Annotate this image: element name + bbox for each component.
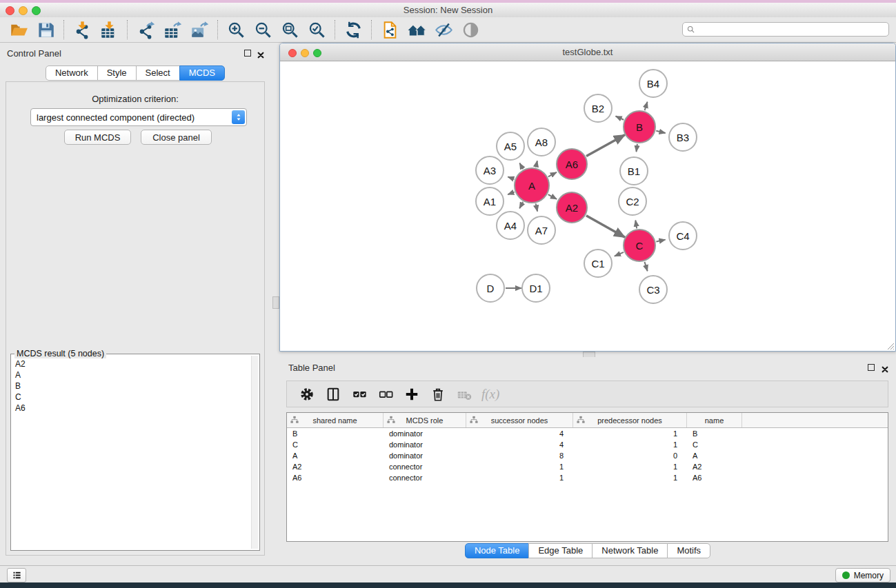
columns-icon[interactable] <box>323 385 344 404</box>
graph-node-B[interactable]: B <box>624 111 655 143</box>
column-header-shared-name[interactable]: shared name <box>287 413 384 427</box>
search-input[interactable] <box>695 23 888 35</box>
graph-edge-C-C4[interactable] <box>656 240 665 242</box>
column-header-name[interactable]: name <box>687 413 742 427</box>
graph-edge-A6-B[interactable] <box>586 135 625 156</box>
graph-node-C2[interactable]: C2 <box>619 187 646 215</box>
table-cell[interactable]: A <box>287 452 384 460</box>
table-cell[interactable]: connector <box>384 474 466 482</box>
mcds-result-item[interactable]: A6 <box>14 403 251 414</box>
graph-node-A4[interactable]: A4 <box>497 212 524 239</box>
table-cell[interactable]: 4 <box>466 429 573 438</box>
table-cell[interactable]: connector <box>384 463 466 471</box>
table-cell[interactable]: dominator <box>384 452 466 460</box>
home-icon[interactable] <box>406 19 428 40</box>
graph-edge-A-A2[interactable] <box>548 194 557 199</box>
add-icon[interactable] <box>401 385 422 404</box>
mcds-result-item[interactable]: C <box>14 392 251 403</box>
network-document-icon[interactable] <box>379 19 401 40</box>
graph-edge-A-A7[interactable] <box>536 203 537 211</box>
graph-edge-A-A5[interactable] <box>519 163 523 170</box>
table-tab-network-table[interactable]: Network Table <box>592 543 668 558</box>
memory-button[interactable]: Memory <box>835 568 890 582</box>
table-cell[interactable]: dominator <box>384 429 466 438</box>
table-tab-node-table[interactable]: Node Table <box>465 543 530 558</box>
table-cell[interactable]: 1 <box>466 463 573 471</box>
table-row[interactable]: A2connector11A2 <box>287 461 888 472</box>
graph-node-B2[interactable]: B2 <box>584 94 612 122</box>
mcds-result-list[interactable]: A2ABCA6 <box>14 358 251 549</box>
export-image-icon[interactable] <box>188 19 211 40</box>
graph-edge-A-A3[interactable] <box>508 176 514 179</box>
graph-node-A5[interactable]: A5 <box>497 132 524 160</box>
graph-edge-B-B3[interactable] <box>656 131 665 133</box>
table-row[interactable]: Bdominator41B <box>287 428 888 439</box>
graph-edge-A-A1[interactable] <box>508 192 515 195</box>
app-titlebar[interactable]: Session: New Session <box>0 3 896 18</box>
network-canvas[interactable]: B4B2BB3B1A5A8A6A3AA1A2C2A4A7C4CC1C3DD1 <box>280 61 895 351</box>
table-cell[interactable]: 0 <box>573 452 687 460</box>
close-panel-button[interactable]: Close panel <box>141 130 212 145</box>
zoom-fit-icon[interactable] <box>279 19 301 40</box>
task-history-button[interactable] <box>7 568 26 582</box>
table-row[interactable]: A6connector11A6 <box>287 472 888 483</box>
network-window-titlebar[interactable]: testGlobe.txt <box>280 43 895 61</box>
table-cell[interactable]: A6 <box>287 474 384 482</box>
result-scrollbar[interactable] <box>251 356 258 549</box>
table-tab-edge-table[interactable]: Edge Table <box>528 543 593 558</box>
graph-node-A7[interactable]: A7 <box>528 216 555 244</box>
graph-node-D[interactable]: D <box>477 274 504 302</box>
table-close-icon[interactable] <box>882 363 888 376</box>
column-header-successor-nodes[interactable]: successor nodes <box>466 413 573 427</box>
graph-node-D1[interactable]: D1 <box>522 274 550 302</box>
network-window[interactable]: testGlobe.txt B4B2BB3B1A5A8A6A3AA1A2C2A4… <box>279 43 896 352</box>
tab-style[interactable]: Style <box>97 65 137 81</box>
tab-select[interactable]: Select <box>136 65 180 81</box>
table-cell[interactable]: 4 <box>466 440 573 449</box>
zoom-in-icon[interactable] <box>225 19 248 40</box>
graph-node-C3[interactable]: C3 <box>639 276 667 303</box>
graph-node-C4[interactable]: C4 <box>669 222 697 250</box>
open-folder-icon[interactable] <box>8 19 30 40</box>
table-cell[interactable]: 1 <box>573 440 687 449</box>
graph-node-A3[interactable]: A3 <box>476 156 504 184</box>
graph-node-B3[interactable]: B3 <box>669 123 697 151</box>
show-panel-icon[interactable] <box>459 19 482 40</box>
import-table-icon[interactable] <box>98 19 121 40</box>
table-cell[interactable]: C <box>287 440 384 449</box>
graph-node-B1[interactable]: B1 <box>620 157 648 185</box>
graph-node-A8[interactable]: A8 <box>528 128 555 156</box>
table-cell[interactable]: A <box>687 452 742 460</box>
vertical-splitter-grip[interactable] <box>272 296 279 309</box>
close-panel-icon[interactable] <box>257 49 264 61</box>
graph-node-A1[interactable]: A1 <box>476 187 504 215</box>
table-tab-motifs[interactable]: Motifs <box>667 543 710 558</box>
float-panel-icon[interactable] <box>244 50 251 57</box>
hide-panel-icon[interactable] <box>432 19 455 40</box>
graph-edge-B-B2[interactable] <box>616 116 624 119</box>
table-cell[interactable]: 1 <box>573 474 687 482</box>
graph-node-C1[interactable]: C1 <box>584 250 612 277</box>
table-row[interactable]: Adominator80A <box>287 450 888 461</box>
table-cell[interactable]: A6 <box>687 474 742 482</box>
column-header-predecessor-nodes[interactable]: predecessor nodes <box>573 413 687 427</box>
table-cell[interactable]: 1 <box>466 474 573 482</box>
export-table-icon[interactable] <box>161 19 184 40</box>
deselect-all-icon[interactable] <box>375 385 396 404</box>
graph-node-A6[interactable]: A6 <box>557 149 587 179</box>
refresh-icon[interactable] <box>342 19 365 40</box>
table-cell[interactable]: C <box>687 440 742 449</box>
import-network-icon[interactable] <box>71 19 94 40</box>
graph-edge-C-C2[interactable] <box>635 221 637 229</box>
graph-edge-A-A4[interactable] <box>519 202 523 208</box>
mcds-result-item[interactable]: A2 <box>14 358 251 369</box>
graph-edge-B-B4[interactable] <box>645 102 648 110</box>
graph-edge-C-C3[interactable] <box>644 262 647 271</box>
graph-edge-A-A6[interactable] <box>548 172 557 176</box>
run-mcds-button[interactable]: Run MCDS <box>64 130 131 145</box>
tab-mcds[interactable]: MCDS <box>179 65 225 81</box>
zoom-selected-icon[interactable] <box>306 19 328 40</box>
graph-node-A2[interactable]: A2 <box>557 192 587 223</box>
mcds-result-item[interactable]: A <box>14 369 251 381</box>
table-cell[interactable]: B <box>287 429 384 438</box>
